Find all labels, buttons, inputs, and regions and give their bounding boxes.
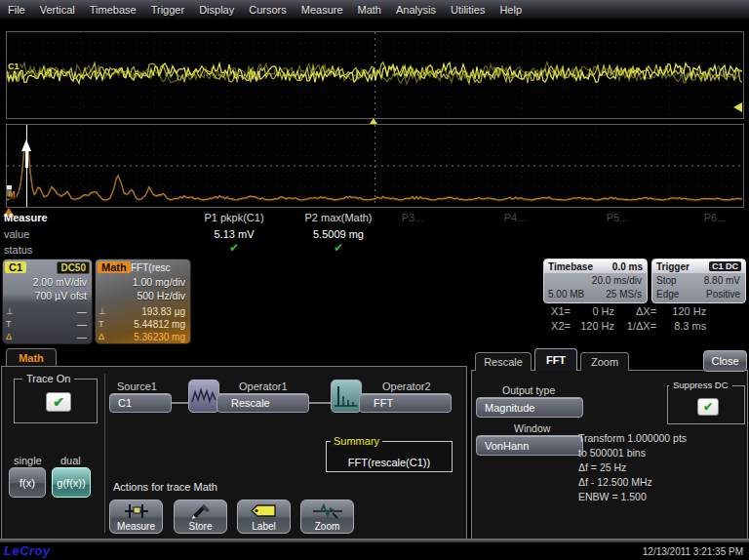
output-type-label: Output type [502, 384, 555, 396]
lecroy-logo: LeCroy [4, 543, 51, 558]
tab-rescale[interactable]: Rescale [475, 352, 532, 371]
x2-value: 120 Hz [573, 320, 614, 332]
single-function-button[interactable]: f(x) [9, 467, 46, 498]
measure-p4-name[interactable]: P4... [491, 212, 539, 223]
tab-math[interactable]: Math [6, 348, 57, 367]
dual-function-button[interactable]: g(f(x)) [52, 467, 91, 498]
trace-on-checkbox[interactable]: ✔ [46, 392, 71, 412]
tab-fft[interactable]: FFT [534, 348, 577, 371]
trigger-type: Edge [656, 289, 679, 300]
c1-cursor1-value: — [77, 306, 87, 317]
menu-utilities[interactable]: Utilities [451, 4, 485, 16]
operator1-icon-button[interactable] [188, 380, 219, 413]
menu-math[interactable]: Math [358, 4, 381, 16]
trigger-mode: Stop [656, 275, 677, 286]
fft-info-line2: to 500001 bins [578, 447, 646, 459]
cursor-delta-icon: Δ [99, 332, 104, 341]
menu-help[interactable]: Help [499, 4, 522, 16]
fft-spectrum-icon [332, 380, 361, 412]
label-action-label: Label [238, 521, 290, 532]
measure-table-header: Measure [4, 212, 48, 223]
oscilloscope-screen: File Vertical Timebase Trigger Display C… [0, 0, 749, 560]
timebase-label: Timebase [548, 261, 593, 272]
menu-vertical[interactable]: Vertical [40, 4, 75, 16]
fft-info-line3: Δf = 25 Hz [578, 461, 626, 473]
menu-timebase[interactable]: Timebase [90, 4, 137, 16]
operator2-icon-button[interactable] [331, 380, 362, 413]
menu-analysis[interactable]: Analysis [396, 4, 436, 16]
measure-value-row-label: value [4, 228, 29, 240]
trigger-box[interactable]: Trigger C1 DC Stop 8.80 mV Edge Positive [651, 259, 746, 303]
measure-action-button[interactable]: Measure [109, 500, 163, 534]
x2-label: X2= [545, 320, 571, 332]
c1-channel-tab: C1 [5, 261, 26, 273]
menu-measure[interactable]: Measure [301, 4, 343, 16]
trigger-level: 8.80 mV [704, 275, 740, 286]
cursor-readout-line2: X2= 120 Hz 1/ΔX= 8.3 ms [545, 320, 706, 332]
rescale-waveform-icon [189, 380, 218, 412]
math-descriptor-box[interactable]: Math FFT(resc 1.00 mg/div 500 Hz/div ⊥ 1… [95, 259, 191, 344]
single-label: single [14, 455, 42, 466]
invdx-value: 8.3 ms [659, 320, 706, 332]
summary-box: Summary FFT(rescale(C1)) [326, 441, 453, 472]
close-button[interactable]: Close [703, 350, 747, 372]
source1-select[interactable]: C1 [109, 393, 172, 413]
dx-value: 120 Hz [659, 305, 706, 317]
measure-p2-value: 5.5009 mg [285, 228, 392, 240]
measure-p5-name[interactable]: P5... [593, 212, 642, 223]
math-function-text: FFT(resc [131, 262, 171, 273]
actions-label: Actions for trace Math [113, 481, 217, 493]
timebase-samplerate: 25 MS/s [606, 289, 642, 300]
math-vertical-scale: 1.00 mg/div [133, 276, 185, 288]
suppress-dc-checkbox[interactable]: ✔ [697, 398, 719, 416]
dual-label: dual [60, 455, 81, 466]
menu-display[interactable]: Display [199, 4, 234, 16]
trigger-level-marker[interactable] [733, 102, 742, 112]
cursor-arrow-stem [25, 151, 28, 168]
measure-caliper-icon [123, 502, 150, 520]
dialog-divider [104, 374, 105, 533]
c1-coupling-badge: DC50 [57, 261, 90, 274]
timebase-position: 0.0 ms [612, 261, 643, 272]
operator2-select[interactable]: FFT [359, 393, 452, 413]
measure-p1-name[interactable]: P1 pkpk(C1) [180, 212, 288, 223]
menu-bar: File Vertical Timebase Trigger Display C… [0, 0, 749, 20]
waveform-grid-math: M [6, 124, 744, 208]
timebase-scale: 20.0 ms/div [592, 275, 642, 286]
math-cursor1-value: 193.83 µg [141, 306, 185, 317]
measure-p2-check-icon: ✔ [285, 241, 392, 255]
measure-status-row-label: status [4, 244, 32, 256]
footer-separator [0, 539, 749, 542]
measure-p1-check-icon: ✔ [180, 241, 288, 255]
timebase-memory: 5.00 MB [548, 289, 584, 300]
measure-p6-name[interactable]: P6... [690, 212, 739, 223]
operator1-select[interactable]: Rescale [217, 393, 309, 413]
x1-label: X1= [545, 305, 571, 317]
trigger-source-badge: C1 DC [709, 261, 741, 271]
math-channel-tab: Math [98, 261, 131, 273]
menu-file[interactable]: File [8, 4, 25, 16]
label-action-button[interactable]: Label [237, 500, 291, 534]
cursor1-icon: ⊥ [99, 306, 106, 316]
output-type-select[interactable]: Magnitude [476, 397, 583, 418]
measure-p2-name[interactable]: P2 max(Math) [285, 212, 392, 223]
operator2-label: Operator2 [382, 380, 431, 392]
zoom-waveform-icon [311, 502, 344, 520]
zoom-action-label: Zoom [301, 521, 353, 532]
window-select[interactable]: VonHann [476, 435, 583, 456]
measure-p3-name[interactable]: P3... [388, 212, 437, 223]
summary-value: FFT(rescale(C1)) [327, 457, 452, 468]
tab-zoom[interactable]: Zoom [580, 352, 629, 371]
timebase-box[interactable]: Timebase 0.0 ms 20.0 ms/div 5.00 MB 25 M… [543, 259, 648, 303]
suppress-dc-group: Suppress DC ✔ [667, 385, 745, 424]
zoom-action-button[interactable]: Zoom [300, 500, 354, 534]
math-cursor2-value: 5.44812 mg [134, 319, 185, 330]
c1-descriptor-box[interactable]: C1 DC50 2.00 mV/div 700 µV ofst ⊥ — T — … [2, 259, 93, 344]
trace-on-label: Trace On [22, 373, 74, 384]
menu-cursors[interactable]: Cursors [249, 4, 287, 16]
cursor2-icon: T [6, 319, 12, 329]
store-action-button[interactable]: Store [174, 500, 227, 534]
operator1-label: Operator1 [239, 380, 288, 392]
menu-trigger[interactable]: Trigger [151, 4, 184, 16]
store-action-label: Store [175, 521, 226, 532]
